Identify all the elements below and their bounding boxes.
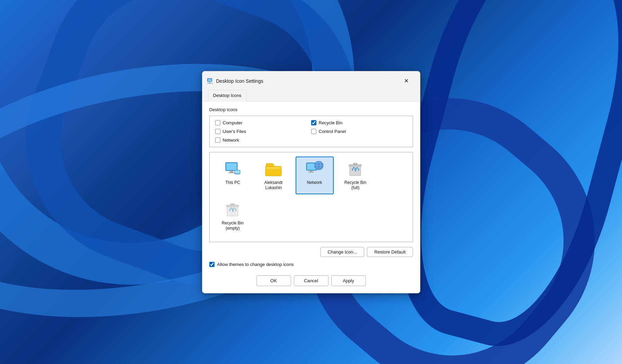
- svg-rect-12: [266, 167, 281, 169]
- svg-rect-27: [226, 205, 239, 207]
- allow-themes-label: Allow themes to change desktop icons: [217, 262, 294, 267]
- network-icon: [306, 160, 324, 178]
- section-title: Desktop icons: [209, 107, 413, 112]
- checkbox-users-files-input[interactable]: [215, 129, 220, 134]
- cancel-button[interactable]: Cancel: [294, 275, 328, 286]
- desktop-icons-checkboxes: Computer Recycle Bin User's Files Contro…: [209, 116, 413, 147]
- recycle-full-icon: [347, 160, 365, 178]
- tab-desktop-icons[interactable]: Desktop Icons: [208, 90, 247, 101]
- icon-item-network[interactable]: Network: [296, 157, 334, 194]
- action-buttons: Change Icon... Restore Default: [209, 247, 413, 257]
- svg-rect-16: [308, 172, 314, 172]
- restore-default-button[interactable]: Restore Default: [367, 247, 413, 257]
- title-bar-left: Desktop Icon Settings: [207, 78, 263, 85]
- checkbox-computer-input[interactable]: [215, 120, 220, 125]
- close-button[interactable]: ✕: [398, 76, 414, 87]
- dialog-title: Desktop Icon Settings: [216, 78, 263, 84]
- network-label: Network: [307, 180, 322, 186]
- icon-item-recycle-full[interactable]: Recycle Bin(full): [336, 157, 375, 194]
- svg-rect-10: [235, 170, 240, 174]
- allow-themes-checkbox[interactable]: Allow themes to change desktop icons: [209, 262, 413, 267]
- svg-rect-24: [349, 165, 361, 166]
- icon-item-this-pc[interactable]: This PC: [214, 157, 252, 194]
- title-bar: Desktop Icon Settings ✕: [202, 71, 420, 89]
- icon-item-user-folder[interactable]: AleksandrLukashin: [255, 157, 293, 194]
- tab-bar: Desktop Icons: [202, 89, 420, 101]
- checkbox-control-panel-input[interactable]: [311, 129, 316, 134]
- user-folder-label: AleksandrLukashin: [264, 180, 283, 191]
- checkbox-control-panel[interactable]: Control Panel: [311, 129, 407, 134]
- icon-preview-grid: This PC: [214, 157, 409, 235]
- svg-rect-28: [230, 204, 235, 205]
- svg-rect-7: [230, 171, 233, 172]
- desktop-icon-settings-dialog: Desktop Icon Settings ✕ Desktop Icons De…: [202, 71, 420, 293]
- checkbox-network-input[interactable]: [215, 137, 220, 143]
- user-folder-icon: [265, 160, 283, 178]
- checkbox-grid: Computer Recycle Bin User's Files Contro…: [215, 120, 407, 143]
- this-pc-label: This PC: [225, 180, 240, 186]
- dialog-overlay: Desktop Icon Settings ✕ Desktop Icons De…: [0, 0, 622, 364]
- svg-rect-1: [208, 79, 211, 81]
- allow-themes-input[interactable]: [209, 262, 214, 267]
- checkbox-recycle-bin[interactable]: Recycle Bin: [311, 120, 407, 125]
- svg-rect-3: [208, 82, 211, 83]
- svg-rect-4: [207, 83, 213, 84]
- change-icon-button[interactable]: Change Icon...: [321, 247, 365, 257]
- svg-rect-2: [209, 82, 210, 82]
- recycle-empty-icon: [224, 201, 242, 219]
- checkbox-users-files[interactable]: User's Files: [215, 129, 311, 134]
- checkbox-network[interactable]: Network: [215, 137, 311, 143]
- ok-button[interactable]: OK: [256, 275, 291, 286]
- svg-rect-15: [310, 170, 313, 172]
- svg-rect-8: [228, 172, 235, 173]
- dialog-title-icon: [207, 78, 213, 85]
- recycle-empty-label: Recycle Bin(empty): [222, 221, 244, 231]
- this-pc-icon: [224, 160, 242, 178]
- svg-rect-6: [226, 163, 237, 170]
- recycle-full-label: Recycle Bin(full): [344, 180, 366, 191]
- icon-item-recycle-empty[interactable]: Recycle Bin(empty): [214, 197, 252, 235]
- apply-button[interactable]: Apply: [331, 275, 366, 286]
- icon-preview-grid-border: This PC: [209, 152, 413, 242]
- svg-rect-25: [353, 163, 357, 165]
- checkbox-computer[interactable]: Computer: [215, 120, 311, 125]
- checkbox-recycle-bin-input[interactable]: [311, 120, 316, 125]
- dialog-content: Desktop icons Computer Recycle Bin User'…: [202, 101, 420, 293]
- bottom-buttons: OK Cancel Apply: [209, 274, 413, 286]
